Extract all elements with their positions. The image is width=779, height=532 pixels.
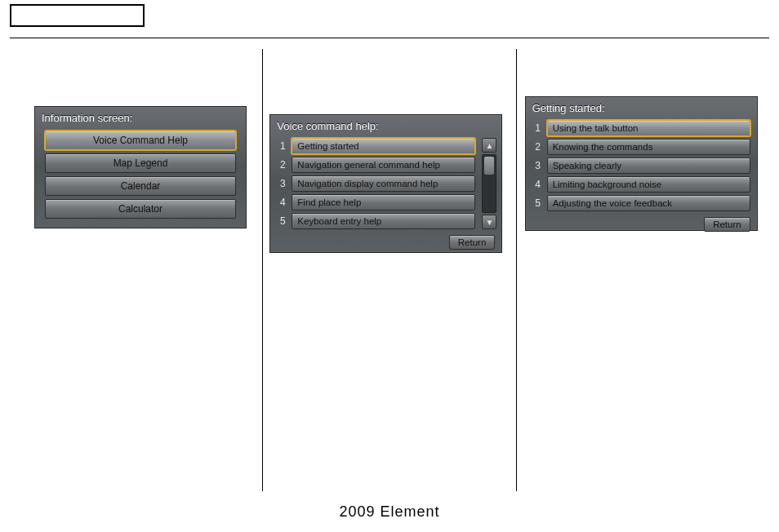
page-footer: 2009 Element	[0, 503, 779, 521]
menu-item[interactable]: Getting started	[292, 138, 475, 154]
panel-title: Information screen:	[35, 107, 246, 127]
scroll-up-button[interactable]: ▲	[482, 138, 496, 153]
scroll-thumb[interactable]	[484, 157, 494, 175]
row-number: 2	[277, 159, 288, 171]
menu-item[interactable]: Calculator	[45, 199, 236, 219]
row-number: 5	[532, 197, 544, 209]
column-1: Information screen: Voice Command HelpMa…	[10, 49, 262, 491]
menu-item[interactable]: Map Legend	[45, 153, 236, 173]
column-3: Getting started: 1Using the talk button2…	[517, 49, 769, 491]
menu-item[interactable]: Adjusting the voice feedback	[547, 195, 750, 211]
return-button[interactable]: Return	[704, 217, 750, 232]
row-number: 3	[532, 160, 544, 171]
return-button[interactable]: Return	[449, 235, 496, 250]
horizontal-rule	[10, 38, 769, 38]
row-number: 2	[532, 141, 544, 153]
three-column-layout: Information screen: Voice Command HelpMa…	[10, 49, 769, 491]
menu-item[interactable]: Voice Command Help	[45, 131, 236, 150]
scroll-track[interactable]	[482, 154, 496, 213]
menu-item[interactable]: Speaking clearly	[547, 157, 750, 174]
menu-item[interactable]: Calendar	[45, 176, 236, 196]
panel-title: Getting started:	[526, 97, 757, 117]
empty-header-box	[10, 4, 145, 27]
column-2: Voice command help: 1Getting started2Nav…	[263, 49, 515, 491]
row-number: 3	[277, 178, 288, 189]
menu-item[interactable]: Find place help	[292, 194, 475, 211]
menu-item[interactable]: Keyboard entry help	[292, 213, 475, 229]
row-number: 4	[532, 179, 544, 190]
getting-started-panel: Getting started: 1Using the talk button2…	[525, 96, 758, 231]
menu-item[interactable]: Navigation display command help	[292, 175, 475, 192]
row-number: 1	[277, 140, 288, 152]
row-number: 1	[532, 122, 544, 134]
row-number: 5	[277, 215, 288, 227]
menu-item[interactable]: Navigation general command help	[292, 157, 475, 173]
scrollbar[interactable]: ▲ ▼	[482, 138, 496, 229]
voice-command-help-panel: Voice command help: 1Getting started2Nav…	[269, 114, 502, 253]
menu-item[interactable]: Limiting background noise	[547, 176, 750, 193]
menu-item[interactable]: Using the talk button	[547, 120, 750, 136]
row-number: 4	[277, 197, 288, 208]
panel-title: Voice command help:	[270, 115, 501, 135]
scroll-down-button[interactable]: ▼	[482, 215, 496, 229]
menu-item[interactable]: Knowing the commands	[547, 139, 750, 155]
information-screen-panel: Information screen: Voice Command HelpMa…	[34, 106, 247, 228]
